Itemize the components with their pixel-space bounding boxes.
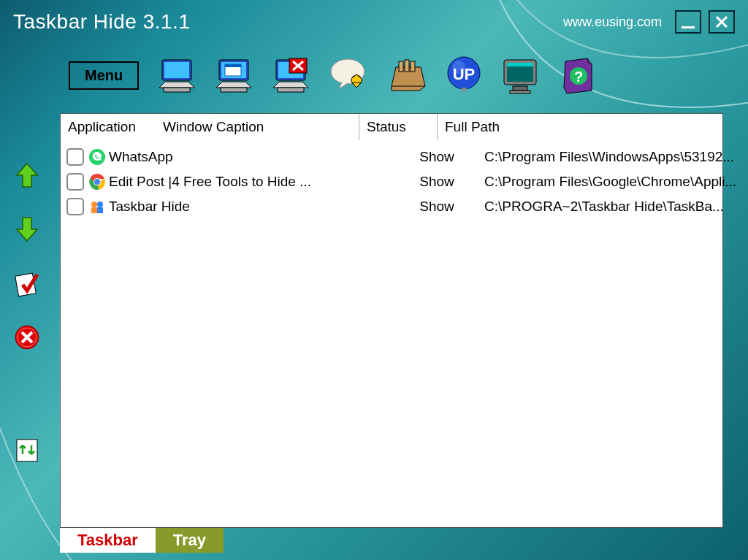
monitor-icon[interactable] — [498, 53, 543, 98]
check-button[interactable] — [12, 269, 42, 298]
row-status: Show — [398, 149, 476, 165]
row-checkbox[interactable] — [66, 198, 84, 215]
files-icon[interactable] — [384, 53, 430, 98]
svg-rect-22 — [507, 63, 533, 66]
list-header: Application Window Caption Status Full P… — [61, 114, 722, 140]
column-application[interactable]: Application — [61, 119, 156, 135]
svg-rect-37 — [91, 207, 97, 213]
svg-rect-1 — [164, 62, 189, 78]
svg-rect-38 — [97, 207, 103, 213]
column-path[interactable]: Full Path — [438, 119, 722, 135]
vendor-url[interactable]: www.eusing.com — [563, 15, 662, 30]
row-path: C:\Program Files\WindowsApps\53192... — [476, 149, 748, 165]
row-checkbox[interactable] — [66, 173, 84, 191]
list-row[interactable]: Edit Post |4 Free Tools to Hide ...ShowC… — [61, 169, 722, 194]
close-button[interactable] — [709, 10, 735, 34]
svg-text:?: ? — [574, 69, 583, 85]
svg-rect-14 — [399, 61, 403, 72]
svg-rect-15 — [405, 60, 409, 72]
menu-button[interactable]: Menu — [69, 61, 139, 90]
svg-rect-2 — [164, 88, 190, 92]
svg-rect-24 — [510, 91, 530, 93]
app-icon — [88, 148, 106, 166]
svg-text:UP: UP — [453, 65, 476, 83]
list-row[interactable]: WhatsAppShowC:\Program Files\WindowsApps… — [61, 145, 722, 169]
svg-rect-16 — [411, 61, 415, 72]
move-down-button[interactable] — [12, 215, 42, 244]
list-row[interactable]: Taskbar HideShowC:\PROGRA~2\Taskbar Hide… — [61, 194, 722, 219]
tab-taskbar[interactable]: Taskbar — [60, 528, 156, 553]
help-icon[interactable]: ? — [555, 53, 600, 98]
move-up-button[interactable] — [12, 161, 42, 190]
row-caption: Edit Post |4 Free Tools to Hide ... — [109, 174, 398, 190]
row-caption: WhatsApp — [109, 149, 398, 165]
column-caption[interactable]: Window Caption — [156, 119, 359, 135]
svg-point-34 — [94, 179, 100, 185]
svg-rect-7 — [221, 88, 247, 92]
svg-rect-23 — [513, 86, 527, 91]
row-checkbox[interactable] — [66, 148, 84, 166]
refresh-button[interactable] — [12, 435, 42, 464]
app-title: Taskbar Hide 3.1.1 — [13, 10, 190, 34]
chat-icon[interactable] — [327, 53, 373, 98]
svg-rect-6 — [225, 64, 241, 67]
column-status[interactable]: Status — [359, 119, 437, 135]
svg-rect-30 — [17, 440, 37, 461]
row-path: C:\PROGRA~2\Taskbar Hide\TaskBa... — [476, 199, 748, 215]
hide-window-icon[interactable] — [156, 53, 202, 98]
app-icon — [88, 173, 106, 191]
row-status: Show — [398, 199, 476, 215]
application-list[interactable]: Application Window Caption Status Full P… — [60, 113, 723, 528]
row-path: C:\Program Files\Google\Chrome\Appli... — [476, 174, 748, 190]
show-window-icon[interactable] — [213, 53, 259, 98]
tab-tray[interactable]: Tray — [156, 528, 224, 553]
app-icon — [88, 198, 106, 215]
row-status: Show — [398, 174, 476, 190]
close-window-icon[interactable] — [270, 53, 316, 98]
svg-point-35 — [91, 202, 97, 207]
minimize-button[interactable] — [675, 10, 701, 34]
row-caption: Taskbar Hide — [109, 199, 398, 215]
upgrade-icon[interactable]: UP — [441, 53, 486, 98]
remove-button[interactable] — [12, 323, 42, 352]
svg-point-36 — [97, 202, 103, 207]
svg-rect-11 — [278, 88, 304, 92]
